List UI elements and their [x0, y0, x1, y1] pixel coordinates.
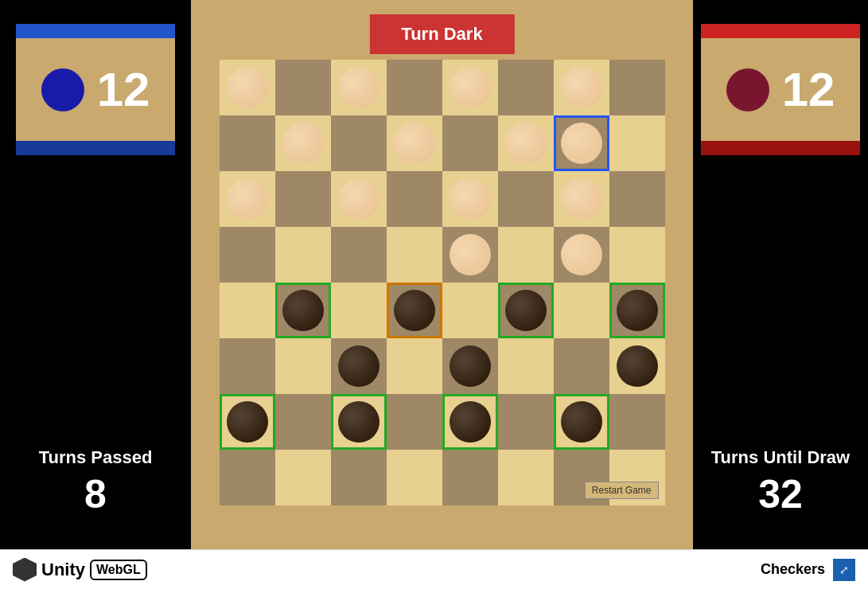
- board-cell[interactable]: [442, 115, 498, 171]
- light-checker-piece[interactable]: [450, 178, 491, 220]
- board-cell[interactable]: [220, 115, 275, 171]
- board-cell[interactable]: [609, 283, 665, 338]
- board-cell[interactable]: [331, 450, 387, 505]
- light-checker-piece[interactable]: [561, 67, 602, 108]
- board-cell[interactable]: [442, 283, 498, 338]
- board-cell[interactable]: [275, 394, 331, 450]
- dark-checker-piece[interactable]: [394, 290, 435, 331]
- board-cell[interactable]: [220, 283, 275, 338]
- board-cell[interactable]: [331, 283, 387, 338]
- board-cell[interactable]: [275, 283, 331, 338]
- restart-button[interactable]: Restart Game: [585, 482, 659, 499]
- turn-indicator: Turn Dark: [369, 14, 514, 54]
- board-cell[interactable]: [220, 450, 275, 505]
- board-cell[interactable]: [275, 60, 331, 115]
- board-cell[interactable]: [387, 394, 442, 450]
- light-checker-piece[interactable]: [338, 178, 380, 220]
- board-cell[interactable]: [498, 394, 554, 450]
- board-cell[interactable]: [442, 171, 498, 227]
- board-cell[interactable]: [498, 171, 554, 227]
- dark-checker-piece[interactable]: [561, 401, 602, 443]
- board-cell[interactable]: [609, 394, 665, 450]
- fullscreen-button[interactable]: ⤢: [833, 559, 855, 581]
- light-checker-piece[interactable]: [227, 178, 268, 220]
- board-cell[interactable]: [387, 60, 442, 115]
- board-cell[interactable]: [554, 283, 609, 338]
- board-cell[interactable]: [442, 394, 498, 450]
- board-cell[interactable]: [331, 338, 387, 394]
- light-checker-piece[interactable]: [561, 234, 602, 275]
- turns-until-draw-section: Turns Until Draw 32: [711, 447, 850, 517]
- board-cell[interactable]: [387, 227, 442, 283]
- board-cell[interactable]: [387, 338, 442, 394]
- board-cell[interactable]: [387, 283, 442, 338]
- dark-checker-piece[interactable]: [617, 290, 658, 331]
- board-cell[interactable]: [220, 227, 275, 283]
- board-cell[interactable]: [387, 171, 442, 227]
- dark-checker-piece[interactable]: [505, 290, 547, 331]
- board-cell[interactable]: [609, 115, 665, 171]
- light-checker-piece[interactable]: [227, 67, 268, 108]
- board-cell[interactable]: [331, 171, 387, 227]
- dark-checker-piece[interactable]: [450, 345, 491, 387]
- board-cell[interactable]: [554, 171, 609, 227]
- board-cell[interactable]: [220, 60, 275, 115]
- board-cell[interactable]: [331, 60, 387, 115]
- turns-until-draw-label: Turns Until Draw: [711, 447, 850, 468]
- board-cell[interactable]: [609, 338, 665, 394]
- board-cell[interactable]: [275, 115, 331, 171]
- board-cell[interactable]: [275, 338, 331, 394]
- light-checker-piece[interactable]: [338, 67, 380, 108]
- board-cell[interactable]: [275, 171, 331, 227]
- board-cell[interactable]: [387, 115, 442, 171]
- board-cell[interactable]: [554, 394, 609, 450]
- board-cell[interactable]: [554, 338, 609, 394]
- light-checker-piece[interactable]: [450, 234, 491, 275]
- board-cell[interactable]: [331, 394, 387, 450]
- board-cell[interactable]: [609, 171, 665, 227]
- board-cell[interactable]: [220, 338, 275, 394]
- board-cell[interactable]: [331, 227, 387, 283]
- dark-checker-piece[interactable]: [227, 401, 268, 443]
- dark-checker-piece[interactable]: [282, 290, 324, 331]
- dark-score: 12: [782, 62, 835, 117]
- light-piece-icon: [41, 68, 84, 111]
- dark-checker-piece[interactable]: [338, 345, 380, 387]
- checkerboard[interactable]: Restart Game: [220, 60, 665, 505]
- board-cell[interactable]: [220, 171, 275, 227]
- light-checker-piece[interactable]: [561, 123, 602, 164]
- board-cell[interactable]: [275, 450, 331, 505]
- light-checker-piece[interactable]: [450, 67, 491, 108]
- turns-passed-section: Turns Passed 8: [39, 447, 153, 517]
- board-cell[interactable]: [220, 394, 275, 450]
- board-cell[interactable]: [442, 338, 498, 394]
- light-checker-piece[interactable]: [561, 178, 602, 220]
- dark-checker-piece[interactable]: [338, 401, 380, 443]
- dark-checker-piece[interactable]: [617, 345, 658, 387]
- board-cell[interactable]: [498, 283, 554, 338]
- dark-piece-icon: [726, 68, 769, 111]
- light-checker-piece[interactable]: [394, 123, 435, 164]
- board-cell[interactable]: [498, 450, 554, 505]
- board-cell[interactable]: [498, 227, 554, 283]
- board-cell[interactable]: [331, 115, 387, 171]
- dark-checker-piece[interactable]: [450, 401, 491, 443]
- board-cell[interactable]: [498, 60, 554, 115]
- board-cell[interactable]: [275, 227, 331, 283]
- light-checker-piece[interactable]: [282, 123, 324, 164]
- board-cell[interactable]: [442, 60, 498, 115]
- board-cell[interactable]: [554, 60, 609, 115]
- board-cell[interactable]: [387, 450, 442, 505]
- board-cell[interactable]: [442, 227, 498, 283]
- board-cell[interactable]: [554, 227, 609, 283]
- board-row: [220, 115, 665, 171]
- light-checker-piece[interactable]: [505, 123, 547, 164]
- board-cell[interactable]: [609, 227, 665, 283]
- board-cell[interactable]: [442, 450, 498, 505]
- board-cell[interactable]: [498, 338, 554, 394]
- turns-passed-label: Turns Passed: [39, 447, 153, 468]
- unity-cube-icon: [13, 558, 37, 582]
- board-cell[interactable]: [609, 60, 665, 115]
- board-cell[interactable]: [554, 115, 609, 171]
- board-cell[interactable]: [498, 115, 554, 171]
